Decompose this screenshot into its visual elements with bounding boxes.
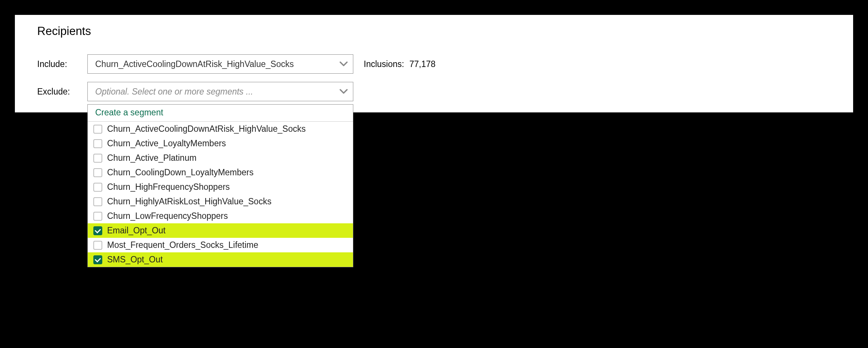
recipients-panel: Recipients Include: Churn_ActiveCoolingD… xyxy=(15,15,853,112)
segment-option-label: SMS_Opt_Out xyxy=(107,255,163,265)
segment-option[interactable]: Churn_HighFrequencyShoppers xyxy=(88,180,353,194)
checkbox-icon xyxy=(93,226,102,235)
checkbox-icon xyxy=(93,241,102,250)
include-select[interactable]: Churn_ActiveCoolingDownAtRisk_HighValue_… xyxy=(87,54,353,74)
exclude-dropdown-panel: Create a segment Churn_ActiveCoolingDown… xyxy=(87,104,353,267)
checkbox-icon xyxy=(93,183,102,192)
segment-option[interactable]: Most_Frequent_Orders_Socks_Lifetime xyxy=(88,238,353,252)
checkbox-icon xyxy=(93,212,102,221)
checkbox-icon xyxy=(93,125,102,134)
inclusions-stats: Inclusions: 77,178 xyxy=(364,59,435,69)
segment-option-label: Churn_CoolingDown_LoyaltyMembers xyxy=(107,167,254,178)
exclude-row: Exclude: Optional. Select one or more se… xyxy=(37,82,831,101)
segment-option-label: Churn_ActiveCoolingDownAtRisk_HighValue_… xyxy=(107,124,306,134)
segment-option[interactable]: Churn_CoolingDown_LoyaltyMembers xyxy=(88,165,353,180)
segment-option[interactable]: Churn_HighlyAtRiskLost_HighValue_Socks xyxy=(88,194,353,209)
include-select-value: Churn_ActiveCoolingDownAtRisk_HighValue_… xyxy=(95,59,294,69)
section-title: Recipients xyxy=(37,25,831,38)
include-row: Include: Churn_ActiveCoolingDownAtRisk_H… xyxy=(37,54,831,74)
checkbox-icon xyxy=(93,255,102,264)
inclusions-label: Inclusions: xyxy=(364,59,404,69)
create-segment-link[interactable]: Create a segment xyxy=(88,105,353,122)
segment-option-label: Churn_HighFrequencyShoppers xyxy=(107,182,230,192)
exclude-label: Exclude: xyxy=(37,87,87,97)
exclude-select[interactable]: Optional. Select one or more segments ..… xyxy=(87,82,353,101)
inclusions-count: 77,178 xyxy=(409,59,435,69)
chevron-down-icon xyxy=(340,89,348,94)
exclude-select-placeholder: Optional. Select one or more segments ..… xyxy=(95,87,253,97)
segment-option-label: Email_Opt_Out xyxy=(107,226,165,236)
segment-option-label: Churn_HighlyAtRiskLost_HighValue_Socks xyxy=(107,197,271,207)
segment-option-label: Churn_Active_Platinum xyxy=(107,153,196,163)
checkbox-icon xyxy=(93,168,102,177)
segment-option[interactable]: Email_Opt_Out xyxy=(88,223,353,238)
segment-option-label: Churn_Active_LoyaltyMembers xyxy=(107,138,226,149)
segment-option[interactable]: Churn_ActiveCoolingDownAtRisk_HighValue_… xyxy=(88,122,353,136)
checkbox-icon xyxy=(93,197,102,206)
checkbox-icon xyxy=(93,139,102,148)
segment-option[interactable]: SMS_Opt_Out xyxy=(88,252,353,267)
segment-option[interactable]: Churn_Active_Platinum xyxy=(88,151,353,165)
segment-option-label: Most_Frequent_Orders_Socks_Lifetime xyxy=(107,240,258,250)
segment-option[interactable]: Churn_Active_LoyaltyMembers xyxy=(88,136,353,151)
segment-option-label: Churn_LowFrequencyShoppers xyxy=(107,211,228,221)
chevron-down-icon xyxy=(340,61,348,67)
segment-option[interactable]: Churn_LowFrequencyShoppers xyxy=(88,209,353,223)
checkbox-icon xyxy=(93,154,102,163)
include-label: Include: xyxy=(37,59,87,69)
